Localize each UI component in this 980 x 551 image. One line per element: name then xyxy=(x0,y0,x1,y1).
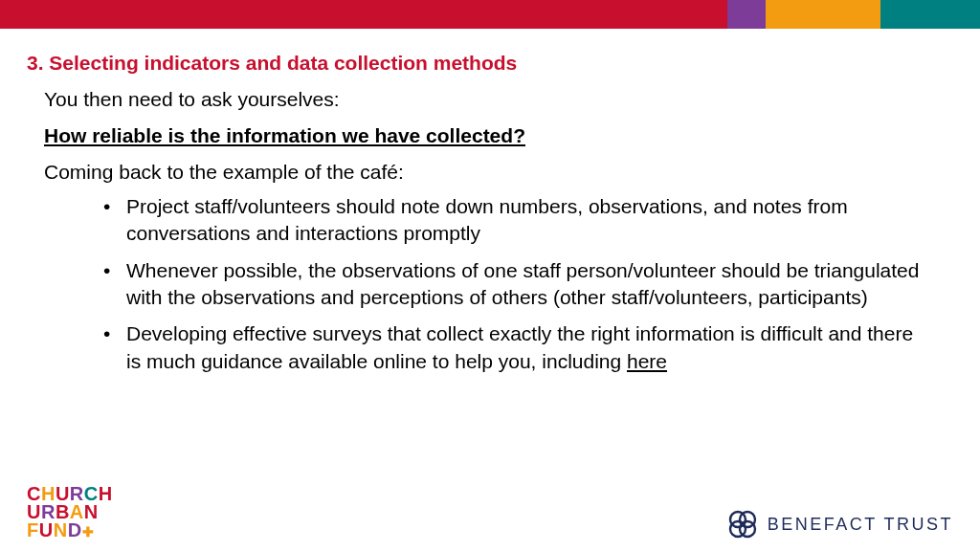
bullet-item: Developing effective surveys that collec… xyxy=(103,320,926,375)
band-segment-orange xyxy=(766,0,880,29)
slide-heading: 3. Selecting indicators and data collect… xyxy=(27,52,953,75)
slide-content: 3. Selecting indicators and data collect… xyxy=(0,29,980,375)
reliability-question: How reliable is the information we have … xyxy=(44,124,953,147)
header-color-band xyxy=(0,0,980,29)
bullet-item: Project staff/volunteers should note dow… xyxy=(103,193,926,248)
benefact-trust-name: BENEFACT TRUST xyxy=(768,515,953,535)
band-segment-teal xyxy=(880,0,980,29)
bullet-item: Whenever possible, the observations of o… xyxy=(103,257,926,312)
benefact-knot-icon xyxy=(727,509,758,540)
band-segment-purple xyxy=(727,0,766,29)
guidance-link[interactable]: here xyxy=(627,350,667,372)
church-urban-fund-logo: CHURCH URBAN FUND✚ xyxy=(27,485,113,540)
example-lead: Coming back to the example of the café: xyxy=(44,161,953,184)
benefact-trust-logo: BENEFACT TRUST xyxy=(727,509,953,540)
svg-point-3 xyxy=(740,521,755,537)
band-segment-red xyxy=(0,0,727,29)
bullet-list: Project staff/volunteers should note dow… xyxy=(103,193,926,375)
slide-footer: CHURCH URBAN FUND✚ BENEFACT TRUST xyxy=(0,469,980,551)
intro-text: You then need to ask yourselves: xyxy=(44,88,953,111)
bullet-item-text: Developing effective surveys that collec… xyxy=(126,322,913,371)
